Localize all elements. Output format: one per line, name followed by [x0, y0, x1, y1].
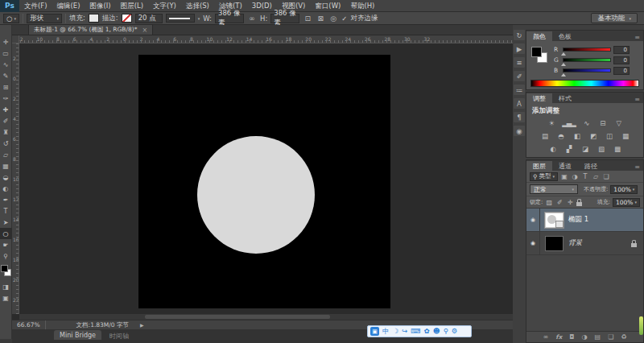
photo-filter-icon[interactable]: ◩ [588, 131, 598, 141]
eyedropper-tool[interactable]: ✑ [0, 93, 12, 104]
green-slider[interactable] [563, 58, 611, 62]
mini-bridge-panel-icon[interactable]: ◉ [514, 126, 525, 136]
hand-tool[interactable]: ☛ [0, 239, 12, 250]
horizontal-ruler[interactable]: 12 10 8 6 4 2 0 2 4 6 8 10 12 14 16 18 2… [12, 35, 513, 43]
filter-shape-layers-icon[interactable]: ▱ [592, 173, 600, 180]
timeline-tab[interactable]: 时间轴 [109, 332, 129, 341]
brush-tool[interactable]: ✐ [0, 115, 12, 126]
menu-layer[interactable]: 图层(L) [116, 0, 148, 11]
pen-tool[interactable]: ✒ [0, 194, 12, 205]
lock-paint-icon[interactable]: ✐ [555, 199, 564, 206]
ime-punctuation-icon[interactable]: ↪ [402, 326, 407, 337]
menu-3d[interactable]: 3D(D) [247, 0, 277, 11]
vibrance-icon[interactable]: ▽ [613, 118, 624, 128]
history-brush-tool[interactable]: ↺ [0, 138, 12, 149]
new-adjustment-layer-icon[interactable]: ◑ [582, 333, 588, 341]
fill-swatch[interactable] [89, 14, 99, 23]
lasso-tool[interactable]: ∿ [0, 59, 12, 70]
path-selection-tool[interactable]: ➤ [0, 217, 12, 228]
move-tool[interactable]: ✛ [0, 36, 12, 48]
filter-pixel-layers-icon[interactable]: ▣ [560, 173, 568, 180]
shape-width-field[interactable]: 386 像素 [215, 14, 244, 23]
visibility-eye-icon[interactable]: ◉ [526, 209, 540, 232]
history-panel-icon[interactable]: ↻ [514, 30, 525, 40]
menu-help[interactable]: 帮助(H) [345, 0, 379, 11]
filter-smart-objects-icon[interactable]: ❏ [602, 173, 610, 180]
delete-layer-icon[interactable]: ♻ [621, 333, 626, 341]
new-layer-icon[interactable]: ❏ [608, 333, 613, 341]
lock-transparent-icon[interactable]: ▨ [545, 199, 553, 206]
red-slider[interactable] [563, 48, 611, 52]
add-layer-mask-icon[interactable]: ◘ [569, 333, 574, 341]
brush-panel-icon[interactable]: ✐ [514, 71, 525, 81]
status-menu-arrow-icon[interactable]: ▶ [140, 322, 144, 328]
selective-color-icon[interactable]: ▧ [596, 144, 606, 154]
ime-toolbox-icon[interactable]: ⚙ [452, 326, 458, 337]
ime-fullwidth-icon[interactable]: ☽ [393, 326, 399, 337]
ellipse-tool[interactable]: ○ [0, 228, 12, 239]
ime-account-icon[interactable]: ☻ [433, 326, 440, 337]
close-icon[interactable]: × [142, 27, 147, 34]
color-swatches[interactable] [0, 265, 12, 281]
eraser-tool[interactable]: ▱ [0, 149, 12, 160]
stroke-style-picker[interactable] [166, 14, 195, 23]
layer-thumbnail[interactable] [545, 213, 564, 228]
tab-channels[interactable]: 通道 [552, 161, 578, 171]
horizontal-scrollbar[interactable] [19, 314, 513, 320]
tab-adjustments[interactable]: 调整 [526, 93, 552, 103]
tab-layers[interactable]: 图层 [526, 161, 552, 171]
brightness-contrast-icon[interactable]: ☀ [546, 118, 556, 128]
color-balance-icon[interactable]: ◓ [555, 131, 566, 141]
character-panel-icon[interactable]: A [514, 98, 525, 109]
black-white-icon[interactable]: ◧ [572, 131, 582, 141]
filter-adjustment-layers-icon[interactable]: ◑ [571, 173, 579, 180]
stroke-swatch[interactable] [122, 14, 132, 23]
color-spectrum-ramp[interactable] [530, 80, 639, 87]
paragraph-panel-icon[interactable]: ¶ [514, 112, 525, 122]
new-group-icon[interactable]: ▤ [595, 333, 601, 341]
path-operations-icon[interactable]: ⊡ [303, 14, 312, 23]
gradient-tool[interactable]: ▦ [0, 160, 12, 172]
layer-row-ellipse[interactable]: ◉ 椭圆 1 [526, 209, 643, 232]
ime-logo-icon[interactable]: ▣ [370, 327, 379, 336]
shape-height-field[interactable]: 386 像素 [270, 14, 299, 23]
scrollbar-thumb[interactable] [145, 315, 330, 319]
gear-icon[interactable]: ◎ [328, 14, 338, 23]
opacity-field[interactable]: 100% ▾ [610, 185, 638, 194]
workspace-switcher[interactable]: 基本功能 ▾ [591, 13, 638, 23]
panel-menu-icon[interactable]: ≡ [634, 163, 640, 171]
layer-name[interactable]: 椭圆 1 [568, 215, 588, 225]
green-value-field[interactable]: 0 [613, 56, 630, 64]
foreground-color-swatch[interactable] [531, 47, 542, 57]
layer-filter-type-select[interactable]: ⚲ 类型 ▾ [530, 172, 558, 181]
layer-name[interactable]: 背景 [568, 238, 582, 248]
channel-mixer-icon[interactable]: ◫ [604, 131, 614, 141]
lock-all-icon[interactable] [576, 202, 582, 206]
blend-mode-select[interactable]: 正常 ▾ [530, 184, 578, 194]
quick-selection-tool[interactable]: ✎ [0, 70, 12, 81]
stroke-width-field[interactable]: 20 点 [135, 14, 163, 23]
dodge-tool[interactable]: ◐ [0, 183, 12, 194]
blur-tool[interactable]: ◒ [0, 172, 12, 183]
menu-edit[interactable]: 编辑(E) [52, 0, 85, 11]
tab-color[interactable]: 颜色 [526, 31, 552, 41]
document-tab[interactable]: 未标题-1 @ 66.7% (椭圆 1, RGB/8)* × [28, 24, 153, 35]
quick-mask-button[interactable]: ◨ [0, 281, 12, 292]
fill-field[interactable]: 100% ▾ [613, 198, 640, 207]
type-tool[interactable]: T [0, 205, 12, 217]
layer-thumbnail[interactable] [545, 236, 564, 251]
panel-menu-icon[interactable]: ≡ [634, 34, 640, 41]
menu-file[interactable]: 文件(F) [19, 0, 52, 11]
hue-saturation-icon[interactable]: ▤ [539, 131, 550, 141]
rectangular-marquee-tool[interactable]: ▭ [0, 48, 12, 59]
ime-search-icon[interactable]: ⚲ [444, 326, 448, 337]
tab-paths[interactable]: 路径 [578, 161, 604, 171]
tab-styles[interactable]: 样式 [552, 93, 578, 103]
panel-menu-icon[interactable]: ≡ [634, 96, 640, 103]
actions-panel-icon[interactable]: ▶ [514, 43, 525, 54]
layer-style-icon[interactable]: fx [555, 333, 562, 341]
zoom-level-field[interactable]: 66.67% [12, 320, 46, 329]
tool-mode-select[interactable]: 形状 ▾ [27, 14, 62, 23]
filter-type-layers-icon[interactable]: T [581, 173, 589, 180]
visibility-eye-icon[interactable]: ◉ [526, 232, 540, 255]
